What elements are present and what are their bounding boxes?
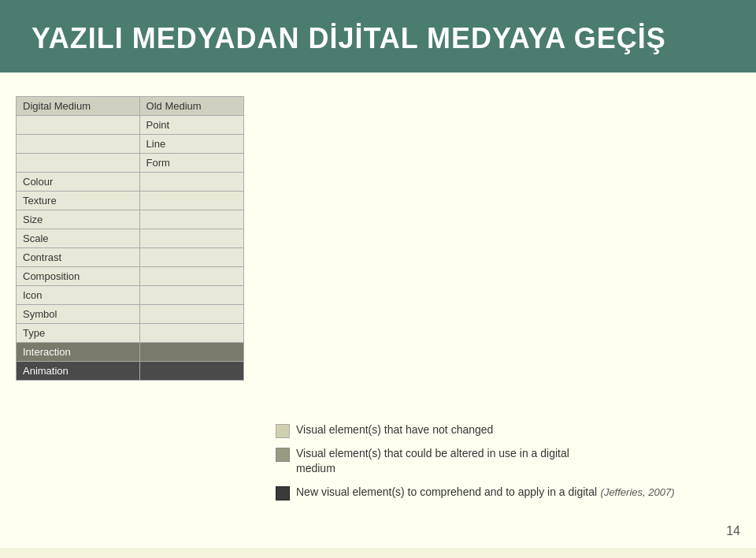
table-row-animation: Animation [17,362,244,381]
legend-item-light: Visual element(s) that have not changed [276,422,732,438]
row-symbol: Symbol [17,305,140,324]
legend-item-medium: Visual element(s) that could be altered … [276,446,732,477]
table-row: Texture [17,192,244,210]
empty-cell [17,116,140,135]
table-row: Type [17,324,244,343]
table-row: Composition [17,267,244,286]
table-row: Size [17,210,244,229]
row-composition: Composition [17,267,140,286]
row-texture-val [139,192,243,210]
row-size-val [139,210,243,229]
header-bar: YAZILI MEDYADAN DİJİTAL MEDYAYA GEÇİŞ [0,0,756,73]
table-row: Scale [17,229,244,248]
legend-text-dark-container: New visual element(s) to comprehend and … [296,485,675,500]
table-subheader-point: Point [17,116,244,135]
row-scale-val [139,229,243,248]
table-row: Symbol [17,305,244,324]
col2-header: Old Medium [139,97,243,116]
row-texture: Texture [17,192,140,210]
row-contrast-val [139,248,243,267]
table-subheader-line: Line [17,135,244,154]
legend-item-dark: New visual element(s) to comprehend and … [276,485,732,500]
legend-area: Visual element(s) that have not changed … [276,422,732,500]
page-number: 14 [726,524,740,538]
row-interaction-val [139,343,243,362]
row-animation-val [139,362,243,381]
main-content: Digital Medium Old Medium Point Line For… [0,73,756,548]
right-panel: Visual element(s) that have not changed … [244,88,732,532]
subheader-line: Line [139,135,243,154]
legend-box-medium [276,448,290,462]
row-size: Size [17,210,140,229]
table-area: Digital Medium Old Medium Point Line For… [16,96,244,532]
table-row: Contrast [17,248,244,267]
table-header-row: Digital Medium Old Medium [17,97,244,116]
comparison-table: Digital Medium Old Medium Point Line For… [16,96,244,381]
table-row: Colour [17,173,244,192]
row-icon: Icon [17,286,140,305]
row-composition-val [139,267,243,286]
legend-box-light [276,424,290,438]
col1-header: Digital Medium [17,97,140,116]
row-interaction: Interaction [17,343,140,362]
row-type: Type [17,324,140,343]
table-subheader-form: Form [17,154,244,173]
row-animation: Animation [17,362,140,381]
subheader-form: Form [139,154,243,173]
page-title: YAZILI MEDYADAN DİJİTAL MEDYAYA GEÇİŞ [32,22,724,55]
table-row-interaction: Interaction [17,343,244,362]
subheader-point: Point [139,116,243,135]
row-colour: Colour [17,173,140,192]
citation: (Jefferies, 2007) [601,486,675,498]
row-type-val [139,324,243,343]
legend-box-dark [276,486,290,500]
empty-cell [17,154,140,173]
row-icon-val [139,286,243,305]
legend-text-medium: Visual element(s) that could be altered … [296,446,595,477]
row-scale: Scale [17,229,140,248]
empty-cell [17,135,140,154]
row-contrast: Contrast [17,248,140,267]
row-colour-val [139,173,243,192]
table-row: Icon [17,286,244,305]
legend-text-dark: New visual element(s) to comprehend and … [296,485,597,498]
legend-text-light: Visual element(s) that have not changed [296,422,493,438]
row-symbol-val [139,305,243,324]
